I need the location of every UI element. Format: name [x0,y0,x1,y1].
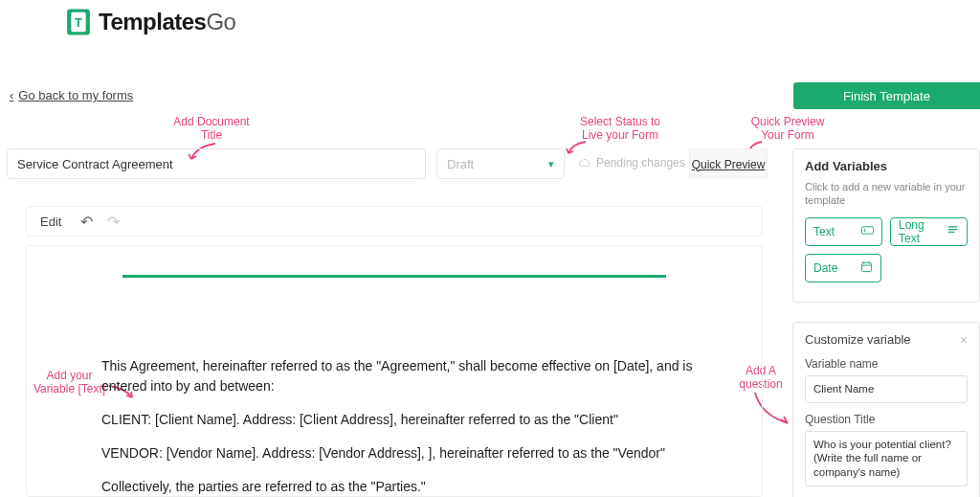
svg-rect-5 [861,262,871,271]
arrow-icon [565,140,591,157]
logo-icon: T [62,6,95,38]
redo-icon[interactable]: ↷ [107,213,120,231]
add-variables-title: Add Variables [805,159,968,173]
annotation-preview: Quick Preview Your Form [735,115,840,143]
doc-paragraph: CLIENT: [Client Name]. Address: [Client … [101,410,725,430]
btn-label: Date [813,261,837,275]
add-longtext-variable-button[interactable]: Long Text [890,217,968,246]
close-icon[interactable]: × [960,332,968,348]
undo-icon[interactable]: ↶ [80,213,93,231]
pending-changes: Pending changes [578,156,685,169]
customize-variable-panel: Customize variable × Variable name Quest… [792,322,980,497]
edit-label[interactable]: Edit [40,215,61,229]
customize-title: Customize variable [805,332,911,347]
edit-toolbar: Edit ↶ ↷ [26,206,763,237]
logo-text: TemplatesGo [99,9,235,35]
chevron-down-icon: ▾ [548,158,554,170]
document-body: This Agreement, hereinafter referred to … [101,356,725,497]
quick-preview-tab[interactable]: Quick Preview [689,148,768,179]
add-variables-hint: Click to add a new variable in your temp… [805,180,968,208]
quick-preview-label: Quick Preview [692,158,766,171]
add-text-variable-button[interactable]: Text [805,217,882,246]
question-title-input[interactable] [805,431,968,487]
annotation-title: Add Document Title [159,115,264,143]
status-select[interactable]: Draft ▾ [436,148,565,179]
btn-label: Long Text [899,218,939,245]
svg-rect-3 [861,226,873,233]
svg-text:T: T [75,15,82,30]
add-date-variable-button[interactable]: Date [805,254,881,282]
doc-paragraph: This Agreement, hereinafter referred to … [101,356,725,396]
text-field-icon [861,224,874,239]
chevron-left-icon: ‹ [10,88,13,102]
doc-paragraph: VENDOR: [Vendor Name]. Address: [Vendor … [101,443,725,463]
finish-template-label: Finish Template [843,89,930,103]
doc-paragraph: Collectively, the parties are referred t… [101,477,725,497]
back-link[interactable]: ‹ Go back to my forms [10,88,133,102]
document-title-value: Service Contract Agreement [17,157,173,171]
document-title-input[interactable]: Service Contract Agreement [7,148,426,179]
logo[interactable]: T TemplatesGo [62,6,235,38]
pending-label: Pending changes [596,156,685,169]
document-divider [122,275,666,278]
btn-label: Text [813,225,835,238]
variable-name-input[interactable] [805,375,968,403]
finish-template-button[interactable]: Finish Template [793,82,980,109]
right-panel: Add Variables Click to add a new variabl… [792,148,980,497]
status-value: Draft [447,157,474,171]
add-variables-panel: Add Variables Click to add a new variabl… [792,148,980,303]
variable-name-label: Variable name [805,357,968,371]
cloud-icon [578,158,591,168]
document-editor[interactable]: This Agreement, hereinafter referred to … [26,245,763,497]
back-link-label: Go back to my forms [18,88,133,102]
annotation-status: Select Status to Live your Form [563,115,678,143]
calendar-icon [860,260,873,276]
long-text-icon [947,224,959,239]
question-title-label: Question Title [805,413,968,426]
